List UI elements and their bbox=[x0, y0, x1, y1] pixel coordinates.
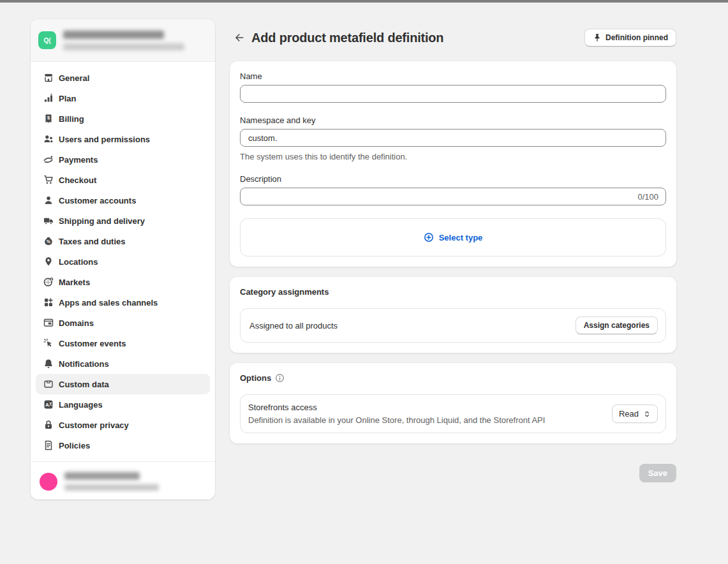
definition-pinned-button[interactable]: Definition pinned bbox=[584, 29, 676, 47]
sidebar-item-label: General bbox=[59, 73, 89, 83]
user-email-redacted bbox=[64, 484, 159, 491]
back-button[interactable] bbox=[230, 29, 248, 47]
plus-circle-icon bbox=[424, 232, 434, 242]
sidebar-item-billing[interactable]: $Billing bbox=[36, 108, 210, 129]
sidebar-item-label: Taxes and duties bbox=[59, 237, 126, 246]
store-header[interactable]: Q( bbox=[31, 19, 215, 62]
sidebar-item-users-and-permissions[interactable]: Users and permissions bbox=[36, 129, 210, 149]
sidebar-item-checkout[interactable]: Checkout bbox=[36, 170, 210, 190]
sidebar-item-locations[interactable]: Locations bbox=[36, 251, 210, 272]
description-label: Description bbox=[240, 174, 666, 184]
sidebar-item-label: Domains bbox=[59, 318, 94, 328]
sidebar-item-label: Languages bbox=[59, 400, 103, 410]
definition-pinned-label: Definition pinned bbox=[605, 33, 668, 42]
pin-icon bbox=[593, 33, 602, 42]
page-header: Add product metafield definition Definit… bbox=[230, 28, 676, 47]
svg-text:$: $ bbox=[50, 278, 52, 281]
storefronts-access-title: Storefronts access bbox=[248, 403, 545, 412]
person-icon bbox=[43, 195, 54, 205]
sidebar-item-notifications[interactable]: Notifications bbox=[36, 353, 210, 374]
save-button[interactable]: Save bbox=[639, 464, 676, 482]
options-card: Options Storefronts access Definition is… bbox=[230, 363, 676, 443]
sidebar-item-payments[interactable]: Payments bbox=[36, 149, 210, 170]
svg-text:A: A bbox=[45, 402, 49, 408]
select-type-label: Select type bbox=[439, 233, 483, 242]
sidebar-item-label: Plan bbox=[59, 94, 76, 103]
options-heading: Options bbox=[240, 373, 271, 383]
namespace-input[interactable] bbox=[240, 129, 666, 147]
customer-events-icon bbox=[43, 338, 54, 348]
apps-icon bbox=[43, 297, 54, 308]
sidebar-item-label: Policies bbox=[59, 441, 90, 450]
top-window-strip bbox=[0, 0, 728, 3]
languages-icon: A bbox=[43, 399, 54, 410]
policies-icon bbox=[43, 440, 54, 450]
sidebar-item-label: Users and permissions bbox=[59, 135, 150, 144]
main-content: Add product metafield definition Definit… bbox=[230, 19, 676, 482]
sidebar-item-policies[interactable]: Policies bbox=[36, 435, 210, 456]
select-type-button[interactable]: Select type bbox=[240, 218, 666, 256]
location-pin-icon bbox=[43, 256, 54, 267]
users-icon bbox=[43, 134, 54, 144]
sidebar-item-label: Customer accounts bbox=[59, 196, 136, 205]
storefronts-access-row: Storefronts access Definition is availab… bbox=[240, 394, 666, 433]
sidebar-item-languages[interactable]: ALanguages bbox=[36, 394, 210, 415]
markets-globe-icon: $ bbox=[43, 277, 54, 287]
sidebar-item-markets[interactable]: $Markets bbox=[36, 272, 210, 292]
taxes-icon: % bbox=[43, 236, 54, 246]
user-avatar bbox=[40, 473, 57, 491]
assign-categories-button[interactable]: Assign categories bbox=[576, 316, 658, 334]
name-input[interactable] bbox=[240, 85, 666, 103]
sidebar-item-customer-privacy[interactable]: Customer privacy bbox=[36, 415, 210, 435]
sidebar-item-customer-events[interactable]: Customer events bbox=[36, 333, 210, 353]
category-assignment-row: Assigned to all products Assign categori… bbox=[240, 308, 666, 343]
cart-icon bbox=[43, 175, 54, 185]
sidebar-item-label: Payments bbox=[59, 155, 98, 165]
sidebar-item-label: Checkout bbox=[59, 175, 96, 185]
store-url-redacted bbox=[63, 43, 184, 50]
custom-data-icon bbox=[43, 379, 54, 389]
info-icon[interactable] bbox=[275, 373, 285, 383]
billing-icon: $ bbox=[43, 114, 54, 124]
user-account-row[interactable] bbox=[31, 461, 215, 500]
back-arrow-icon bbox=[233, 32, 244, 43]
category-status-text: Assigned to all products bbox=[248, 321, 338, 330]
sidebar-item-plan[interactable]: Plan bbox=[36, 88, 210, 108]
storefronts-access-select[interactable]: Read bbox=[612, 404, 658, 423]
description-input[interactable] bbox=[240, 188, 666, 205]
sidebar-item-general[interactable]: General bbox=[36, 68, 210, 88]
payments-icon bbox=[43, 154, 54, 165]
namespace-help-text: The system uses this to identify the def… bbox=[240, 152, 666, 161]
sidebar-item-label: Apps and sales channels bbox=[59, 298, 158, 308]
storefronts-access-value: Read bbox=[619, 409, 639, 419]
sidebar-item-label: Customer privacy bbox=[59, 420, 129, 430]
store-avatar: Q( bbox=[38, 31, 56, 49]
category-assignments-heading: Category assignments bbox=[240, 287, 329, 297]
lock-icon bbox=[43, 420, 54, 430]
plan-icon bbox=[43, 93, 54, 103]
user-name-redacted bbox=[64, 472, 140, 480]
sidebar-item-shipping-and-delivery[interactable]: Shipping and delivery bbox=[36, 211, 210, 231]
sidebar-item-domains[interactable]: Domains bbox=[36, 313, 210, 333]
storefront-icon bbox=[43, 73, 54, 83]
sidebar-item-apps-and-sales-channels[interactable]: Apps and sales channels bbox=[36, 292, 210, 313]
definition-form-card: Name Namespace and key The system uses t… bbox=[230, 61, 676, 267]
sidebar-item-label: Customer events bbox=[59, 339, 126, 348]
sidebar-item-label: Locations bbox=[59, 257, 98, 267]
name-label: Name bbox=[240, 71, 666, 81]
sidebar-item-label: Billing bbox=[59, 114, 84, 124]
sidebar-item-label: Custom data bbox=[59, 380, 109, 389]
store-name-redacted bbox=[63, 31, 164, 39]
namespace-label: Namespace and key bbox=[240, 115, 666, 125]
page-title: Add product metafield definition bbox=[251, 31, 443, 45]
sidebar-item-taxes-and-duties[interactable]: %Taxes and duties bbox=[36, 231, 210, 251]
category-assignments-card: Category assignments Assigned to all pro… bbox=[230, 277, 676, 353]
settings-sidebar: Q( GeneralPlan$BillingUsers and permissi… bbox=[31, 19, 215, 500]
sidebar-item-label: Markets bbox=[59, 278, 90, 287]
sidebar-item-customer-accounts[interactable]: Customer accounts bbox=[36, 190, 210, 211]
sidebar-item-custom-data[interactable]: Custom data bbox=[36, 374, 210, 394]
storefronts-access-description: Definition is available in your Online S… bbox=[248, 415, 545, 425]
domains-icon bbox=[43, 318, 54, 328]
svg-text:%: % bbox=[47, 239, 50, 244]
sidebar-item-label: Shipping and delivery bbox=[59, 216, 145, 226]
